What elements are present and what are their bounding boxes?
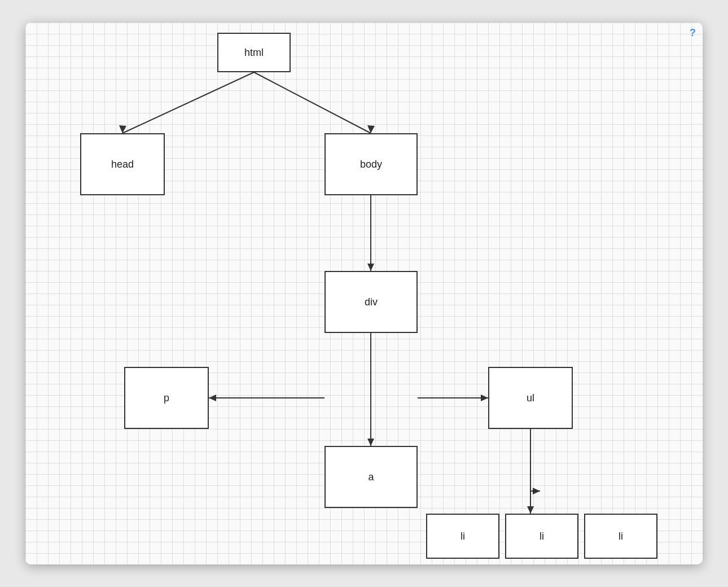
node-body[interactable]: body [324,133,418,195]
node-html[interactable]: html [217,33,291,72]
svg-marker-9 [481,395,488,401]
node-ul[interactable]: ul [488,367,573,429]
svg-line-13 [463,491,540,514]
app-window: html head body div p ul a li li li [25,23,703,564]
svg-marker-1 [119,125,126,133]
svg-marker-11 [367,439,374,446]
node-a[interactable]: a [324,446,418,508]
node-p[interactable]: p [124,367,209,429]
svg-marker-14 [527,506,534,514]
svg-line-2 [254,72,371,133]
diagram-canvas[interactable]: html head body div p ul a li li li [25,23,703,564]
corner-button[interactable]: ? [690,27,696,39]
node-head[interactable]: head [80,133,165,195]
svg-marker-3 [367,125,375,133]
node-li1[interactable]: li [426,514,499,559]
node-div[interactable]: div [324,271,418,333]
svg-marker-12 [533,488,540,494]
node-li3[interactable]: li [584,514,657,559]
svg-marker-7 [209,395,216,401]
node-li2[interactable]: li [505,514,578,559]
svg-line-0 [122,72,254,133]
svg-marker-5 [367,264,374,271]
